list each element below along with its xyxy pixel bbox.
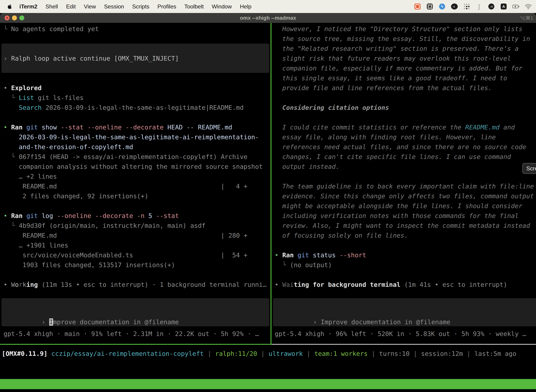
menu-items: iTerm2 Shell Edit View Session Scripts P… <box>19 3 251 10</box>
terminal-line <box>275 270 536 280</box>
tmux-session-name[interactable]: [omx-cczip0:bash* <box>1 389 66 392</box>
hook-squiggle-icon[interactable]: ʃ <box>475 3 483 10</box>
menu-item-shell[interactable]: Shell <box>46 3 58 10</box>
terminal-line: provide file and line references from th… <box>275 83 536 93</box>
terminal-line: README.md | 280 + <box>4 231 270 240</box>
terminal-line: However, I noticed the "Directory Struct… <box>275 24 536 34</box>
left-prompt-chevron: › <box>42 318 49 326</box>
terminal-line: README.md | 4 + <box>4 182 270 191</box>
terminal-line: └ No agents completed yet <box>4 24 270 34</box>
terminal-line: [OMX#0.11.9] cczip/essay/ai-reimplementa… <box>2 349 516 359</box>
a-key-icon[interactable]: A <box>500 3 507 10</box>
right-session-status: gpt-5.4 xhigh · 96% left · 520K in · 5.8… <box>275 329 526 339</box>
terminal-line: └ 067f154 (HEAD -> essay/ai-reimplementa… <box>4 152 270 162</box>
terminal-line: └ List git ls-files <box>4 93 270 103</box>
terminal-line <box>275 240 536 250</box>
menu-item-window[interactable]: Window <box>212 3 232 10</box>
left-pane-lines: └ No agents completed yet › Ralph loop a… <box>0 24 270 289</box>
terminal-line: 2 files changed, 92 insertions(+) <box>4 191 270 201</box>
menu-item-toolbelt[interactable]: Toolbelt <box>184 3 204 10</box>
dots-grid-icon[interactable] <box>463 3 470 10</box>
terminal-line: └ 4b9d30f (origin/main, instructkr/main,… <box>4 221 270 231</box>
terminal-line: └ (no output) <box>275 260 536 270</box>
terminal-line: • Ran git status --short <box>275 250 536 260</box>
screen-share-overlay[interactable]: Scre <box>522 163 536 174</box>
screen-recording-icon[interactable] <box>414 3 421 10</box>
terminal-line <box>4 73 270 83</box>
terminal-content: └ No agents completed yet › Ralph loop a… <box>0 23 536 392</box>
blue-bolt-badge-icon[interactable]: ϟ <box>439 3 446 10</box>
badge-61-icon[interactable]: ..61 <box>488 3 495 10</box>
omx-status-line: [OMX#0.11.9] cczip/essay/ai-reimplementa… <box>2 349 516 359</box>
terminal-line: The team guideline is to back every impo… <box>275 182 536 191</box>
terminal-line: the "Related research writing" section i… <box>275 44 536 54</box>
terminal-line: • Working (11m 13s • esc to interrupt) ·… <box>4 280 270 289</box>
terminal-line: companion file, especially if more comme… <box>275 63 536 73</box>
terminal-line: Considering citation options <box>275 103 536 112</box>
menu-item-session[interactable]: Session <box>104 3 124 10</box>
tmux-pane-left[interactable]: └ No agents completed yet › Ralph loop a… <box>0 23 270 344</box>
terminal-line: • Ran git log --oneline --decorate -n 5 … <box>4 211 270 221</box>
terminal-line: of focusing solely on file lines. <box>275 231 536 240</box>
terminal-line <box>4 34 270 44</box>
terminal-line: the source tree, missing the essay. Stil… <box>275 34 536 44</box>
tmux-pane-right[interactable]: However, I noticed the "Directory Struct… <box>272 23 536 344</box>
terminal-line <box>275 93 536 103</box>
pane-divider-horizontal-left <box>0 344 272 345</box>
menu-item-view[interactable]: View <box>84 3 96 10</box>
menu-item-iterm2[interactable]: iTerm2 <box>19 3 38 10</box>
menu-item-scripts[interactable]: Scripts <box>132 3 149 10</box>
menu-item-help[interactable]: Help <box>240 3 251 10</box>
terminal-line: changes, I can't cite specific file line… <box>275 152 536 162</box>
pane-divider-horizontal-right <box>272 344 536 345</box>
window-titlebar[interactable]: omx --xhigh --madmax ⌥⌘1 <box>0 13 536 23</box>
apple-menu-icon[interactable] <box>7 4 12 9</box>
menu-item-profiles[interactable]: Profiles <box>157 3 176 10</box>
terminal-line: 2026-03-09-is-legal-the-same-as-legitima… <box>4 132 270 142</box>
terminal-line: might be acceptable alongside the file l… <box>275 201 536 211</box>
terminal-line: … +2 lines <box>4 172 270 182</box>
terminal-line: 1903 files changed, 513517 insertions(+) <box>4 260 270 270</box>
terminal-line <box>4 63 270 73</box>
text-cursor: I <box>49 318 53 326</box>
terminal-line: Search 2026-03-09-is-legal-the-same-as-l… <box>4 103 270 112</box>
terminal-line: and-the-erosion-of-copyleft.md <box>4 142 270 152</box>
terminal-line: references need actual files, and since … <box>275 142 536 152</box>
terminal-line <box>4 44 270 54</box>
terminal-line: … +1901 lines <box>4 240 270 250</box>
terminal-line <box>275 172 536 182</box>
left-composer-placeholder: mprove documentation in @filename <box>53 318 179 326</box>
menu-item-edit[interactable]: Edit <box>66 3 76 10</box>
terminal-line: including verification notes with those … <box>275 211 536 221</box>
terminal-line: • Waiting for background terminal (1m 41… <box>275 280 536 289</box>
terminal-line: this single essay, it seems like a good … <box>275 73 536 83</box>
terminal-line: output instead. <box>275 162 536 172</box>
right-pane-lines: However, I noticed the "Directory Struct… <box>272 24 536 289</box>
right-composer-placeholder: Improve documentation in @filename <box>321 318 450 326</box>
terminal-line: src/voice/voiceModeEnabled.ts | 54 + <box>4 250 270 260</box>
terminal-line: companion analysis without altering the … <box>4 162 270 172</box>
terminal-line: essay file, along with finding root file… <box>275 132 536 142</box>
shield-grid-icon[interactable] <box>426 3 433 10</box>
chevron-circle-icon[interactable]: ‹ <box>451 3 458 10</box>
window-title: omx --xhigh --madmax <box>0 15 536 21</box>
terminal-line: I could cite commit statistics or refere… <box>275 122 536 132</box>
tmux-status-bar: [omx-cczip0:bash* "MacBook-Pro-44.local"… <box>0 379 536 389</box>
terminal-line <box>4 270 270 280</box>
terminal-line: review. Also, I might want to inspect th… <box>275 221 536 231</box>
left-session-status: gpt-5.4 xhigh · main · 91% left · 2.31M … <box>4 329 259 339</box>
window-shortcut-badge: ⌥⌘1 <box>520 15 533 21</box>
left-composer-input[interactable]: › Improve documentation in @filename <box>1 298 269 326</box>
terminal-line <box>275 112 536 122</box>
menu-status-icons: ϟ ‹ ʃ ..61 A <box>414 3 532 10</box>
right-composer-input[interactable]: › Improve documentation in @filename <box>273 298 536 326</box>
wifi-icon[interactable] <box>525 3 532 10</box>
terminal-line: slight risk that future readers may over… <box>275 54 536 63</box>
terminal-line <box>4 112 270 122</box>
terminal-line: evidence. Since this change only affects… <box>275 191 536 201</box>
right-prompt-chevron: › <box>313 318 321 326</box>
macos-menu-bar: iTerm2 Shell Edit View Session Scripts P… <box>0 0 536 13</box>
iterm2-window: omx --xhigh --madmax ⌥⌘1 └ No agents com… <box>0 13 536 392</box>
battery-charging-icon[interactable] <box>512 3 519 10</box>
terminal-line: › Ralph loop active continue [OMX_TMUX_I… <box>4 54 270 63</box>
